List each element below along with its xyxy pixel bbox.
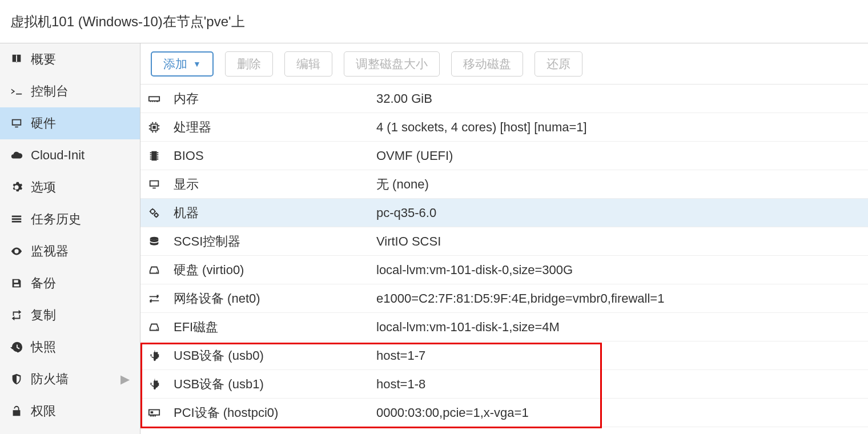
- hardware-label: 机器: [174, 204, 376, 222]
- page-title: 虚拟机101 (Windows-10)在节点'pve'上: [10, 13, 245, 31]
- sidebar-item-list[interactable]: 任务历史: [0, 203, 140, 235]
- cpu-icon: [147, 121, 174, 134]
- hardware-row[interactable]: 处理器 4 (1 sockets, 4 cores) [host] [numa=…: [140, 113, 868, 142]
- add-button[interactable]: 添加 ▼: [151, 51, 214, 77]
- sidebar-item-gear[interactable]: 选项: [0, 171, 140, 203]
- hdd-icon: [147, 321, 174, 333]
- hardware-row[interactable]: 机器 pc-q35-6.0: [140, 199, 868, 227]
- hardware-row[interactable]: 显示 无 (none): [140, 170, 868, 199]
- edit-button[interactable]: 编辑: [284, 51, 332, 77]
- cloud-icon: [10, 149, 31, 162]
- hardware-row[interactable]: PCI设备 (hostpci0) 0000:03:00,pcie=1,x-vga…: [140, 399, 868, 427]
- hardware-value: 32.00 GiB: [376, 91, 863, 106]
- hardware-value: VirtIO SCSI: [376, 234, 863, 249]
- sidebar-item-label: 监视器: [31, 243, 69, 260]
- shield-icon: [10, 373, 31, 385]
- page-header: 虚拟机101 (Windows-10)在节点'pve'上: [0, 0, 868, 43]
- chevron-right-icon: ▶: [120, 372, 130, 386]
- sidebar-item-label: 硬件: [31, 115, 56, 132]
- book-icon: [10, 53, 31, 66]
- hardware-value: e1000=C2:7F:81:D5:9F:4E,bridge=vmbr0,fir…: [376, 291, 863, 306]
- memory-icon: [147, 93, 174, 105]
- save-icon: [10, 277, 31, 290]
- hdd-icon: [147, 264, 174, 276]
- hardware-label: USB设备 (usb0): [174, 347, 376, 364]
- hardware-row[interactable]: USB设备 (usb0) host=1-7: [140, 341, 868, 370]
- sidebar-item-label: 选项: [31, 179, 56, 196]
- sidebar-item-label: 控制台: [31, 83, 69, 100]
- sidebar-item-label: 防火墙: [31, 371, 69, 388]
- history-icon: [10, 341, 31, 353]
- sidebar-item-retweet[interactable]: 复制: [0, 299, 140, 331]
- usb-icon: [147, 349, 174, 362]
- chevron-down-icon: ▼: [193, 59, 201, 69]
- hardware-row[interactable]: EFI磁盘 local-lvm:vm-101-disk-1,size=4M: [140, 313, 868, 341]
- sidebar-item-label: 权限: [31, 403, 56, 420]
- resize-disk-button[interactable]: 调整磁盘大小: [344, 51, 440, 77]
- hardware-row[interactable]: BIOS OVMF (UEFI): [140, 142, 868, 170]
- add-button-label: 添加: [163, 56, 187, 72]
- hardware-label: PCI设备 (hostpci0): [174, 404, 376, 421]
- hardware-row[interactable]: SCSI控制器 VirtIO SCSI: [140, 227, 868, 256]
- hardware-label: 内存: [174, 90, 376, 107]
- monitor-icon: [10, 117, 31, 130]
- sidebar-item-label: 任务历史: [31, 211, 81, 228]
- eye-icon: [10, 245, 31, 258]
- hardware-label: 显示: [174, 176, 376, 193]
- sidebar-item-terminal[interactable]: 控制台: [0, 75, 140, 107]
- hardware-row[interactable]: 网络设备 (net0) e1000=C2:7F:81:D5:9F:4E,brid…: [140, 284, 868, 313]
- hardware-label: EFI磁盘: [174, 319, 376, 336]
- hardware-table: 内存 32.00 GiB 处理器 4 (1 sockets, 4 cores) …: [140, 85, 868, 434]
- delete-button[interactable]: 删除: [225, 51, 273, 77]
- monitor-icon: [147, 178, 174, 191]
- hardware-value: local-lvm:vm-101-disk-1,size=4M: [376, 320, 863, 335]
- sidebar-item-label: 快照: [31, 339, 56, 356]
- hardware-value: host=1-7: [376, 348, 863, 363]
- sidebar-item-eye[interactable]: 监视器: [0, 235, 140, 267]
- hardware-label: USB设备 (usb1): [174, 376, 376, 393]
- sidebar-item-label: 复制: [31, 307, 56, 324]
- toolbar: 添加 ▼ 删除 编辑 调整磁盘大小 移动磁盘 还原: [140, 43, 868, 85]
- gears-icon: [147, 207, 174, 219]
- hardware-value: 无 (none): [376, 176, 863, 193]
- hardware-value: OVMF (UEFI): [376, 148, 863, 163]
- net-icon: [147, 292, 174, 305]
- sidebar-item-history[interactable]: 快照: [0, 331, 140, 363]
- hardware-label: 网络设备 (net0): [174, 290, 376, 307]
- sidebar-item-label: 概要: [31, 51, 56, 68]
- sidebar-item-book[interactable]: 概要: [0, 43, 140, 75]
- sidebar: 概要 控制台 硬件 Cloud-Init 选项 任务历史 监视器 备份 复制 快…: [0, 43, 140, 434]
- hardware-value: pc-q35-6.0: [376, 206, 863, 220]
- pci-icon: [147, 407, 174, 419]
- sidebar-item-shield[interactable]: 防火墙▶: [0, 363, 140, 395]
- sidebar-item-save[interactable]: 备份: [0, 267, 140, 299]
- stack-icon: [147, 235, 174, 248]
- hardware-row[interactable]: USB设备 (usb1) host=1-8: [140, 370, 868, 399]
- sidebar-item-monitor[interactable]: 硬件: [0, 107, 140, 139]
- sidebar-item-label: Cloud-Init: [31, 148, 85, 163]
- chip-icon: [147, 150, 174, 162]
- hardware-label: 处理器: [174, 119, 376, 136]
- hardware-row[interactable]: 硬盘 (virtio0) local-lvm:vm-101-disk-0,siz…: [140, 256, 868, 284]
- move-disk-button[interactable]: 移动磁盘: [451, 51, 523, 77]
- sidebar-item-cloud[interactable]: Cloud-Init: [0, 139, 140, 171]
- gear-icon: [10, 181, 31, 194]
- hardware-row[interactable]: 内存 32.00 GiB: [140, 85, 868, 113]
- list-icon: [10, 213, 31, 226]
- hardware-label: SCSI控制器: [174, 233, 376, 250]
- retweet-icon: [10, 309, 31, 322]
- hardware-value: host=1-8: [376, 377, 863, 392]
- restore-button[interactable]: 还原: [535, 51, 582, 77]
- hardware-value: 0000:03:00,pcie=1,x-vga=1: [376, 405, 863, 420]
- usb-icon: [147, 378, 174, 391]
- hardware-value: 4 (1 sockets, 4 cores) [host] [numa=1]: [376, 120, 863, 135]
- hardware-label: 硬盘 (virtio0): [174, 262, 376, 279]
- hardware-value: local-lvm:vm-101-disk-0,size=300G: [376, 263, 863, 278]
- unlock-icon: [10, 405, 31, 417]
- sidebar-item-unlock[interactable]: 权限: [0, 395, 140, 427]
- hardware-label: BIOS: [174, 148, 376, 163]
- sidebar-item-label: 备份: [31, 275, 56, 292]
- terminal-icon: [10, 85, 31, 98]
